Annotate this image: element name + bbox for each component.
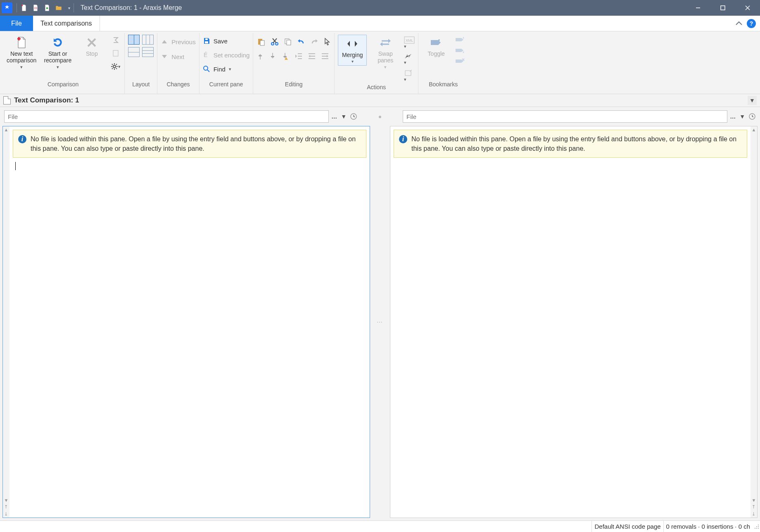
group-label: Editing <box>256 79 331 90</box>
left-gutter[interactable]: ▲ ▼ ⤒ ⤓ <box>3 126 10 518</box>
right-editor[interactable]: i No file is loaded within this pane. Op… <box>390 126 750 518</box>
layout-3col-button[interactable] <box>142 35 154 45</box>
bookmark-icon <box>429 36 443 50</box>
layout-2col-button[interactable] <box>128 35 140 45</box>
file-entry-row: … ▼ ● … ▼ <box>0 107 760 126</box>
merge-icon <box>345 37 359 51</box>
file-path-input-left[interactable] <box>4 110 329 123</box>
save-icon <box>203 37 210 45</box>
outdent-icon[interactable] <box>308 52 316 60</box>
dedent-lines-icon[interactable] <box>294 52 303 60</box>
btn-label: Find <box>214 66 226 73</box>
stop-button[interactable]: Stop <box>77 35 106 58</box>
previous-change-button[interactable]: Previous <box>161 36 195 47</box>
find-button[interactable]: Find <box>203 64 250 74</box>
indent-icon[interactable] <box>321 52 329 60</box>
ribbon-group-layout: Layout <box>125 33 157 94</box>
next-bookmark-icon[interactable] <box>455 47 465 54</box>
scroll-up-icon[interactable]: ▲ <box>752 127 756 132</box>
layout-2row-button[interactable] <box>128 47 140 57</box>
right-gutter[interactable]: ▲ ▼ ⤒ ⤓ <box>750 126 757 518</box>
ribbon: New text comparison Start or recompare S… <box>0 31 760 94</box>
dropdown-icon[interactable]: ▼ <box>341 113 347 120</box>
last-change-icon[interactable]: ⤓ <box>752 511 756 517</box>
ribbon-group-editing: Editing <box>253 33 335 94</box>
btn-label: Start or recompare <box>44 50 71 64</box>
info-icon: i <box>18 135 26 143</box>
encoding-icon: É <box>203 51 210 59</box>
svg-rect-3 <box>721 6 725 10</box>
options-gear-icon[interactable] <box>110 61 121 72</box>
tab-text-comparisons[interactable]: Text comparisons <box>33 16 100 31</box>
splitter-dots-icon: ⋯ <box>377 319 384 325</box>
minimize-button[interactable] <box>686 0 710 16</box>
maximize-button[interactable] <box>710 0 735 16</box>
btn-label: Swap panes <box>378 50 393 64</box>
start-recompare-button[interactable]: Start or recompare <box>42 35 73 71</box>
separator <box>17 3 17 12</box>
ribbon-tab-strip: File Text comparisons ? <box>0 16 760 31</box>
action-small-2-icon[interactable] <box>404 69 415 82</box>
ribbon-group-changes: Previous Next Changes <box>157 33 199 94</box>
document-small-icon[interactable] <box>110 48 121 59</box>
left-editor[interactable]: i No file is loaded within this pane. Op… <box>10 126 370 518</box>
group-label: Actions <box>338 82 415 93</box>
redo-icon[interactable] <box>310 38 318 46</box>
sum-icon[interactable] <box>110 35 121 45</box>
qa-new-image-icon[interactable] <box>43 4 51 12</box>
last-change-icon[interactable]: ⤓ <box>4 511 9 517</box>
file-path-input-right[interactable] <box>403 110 727 123</box>
scroll-up-icon[interactable]: ▲ <box>4 127 9 132</box>
layout-3row-button[interactable] <box>142 47 154 57</box>
more-options-icon[interactable]: … <box>730 113 736 120</box>
svg-point-27 <box>758 528 759 529</box>
more-options-icon[interactable]: … <box>331 113 337 120</box>
refresh-icon <box>51 36 65 50</box>
history-icon[interactable] <box>748 113 756 120</box>
next-change-button[interactable]: Next <box>161 51 195 62</box>
set-encoding-button[interactable]: É Set encoding <box>203 50 250 60</box>
copy-icon[interactable] <box>284 38 292 46</box>
cursor-icon[interactable] <box>323 38 331 46</box>
pane-splitter[interactable]: ⋯ <box>370 126 390 518</box>
close-button[interactable] <box>735 0 760 16</box>
qa-new-folder-icon[interactable] <box>55 4 62 12</box>
clear-bookmarks-icon[interactable] <box>455 58 465 64</box>
cut-icon[interactable] <box>271 38 279 46</box>
app-icon <box>2 2 12 13</box>
qa-new-binary-icon[interactable]: 01 <box>32 4 39 12</box>
first-change-icon[interactable]: ⤒ <box>752 504 756 510</box>
insert-below-icon[interactable] <box>269 52 276 60</box>
svg-rect-14 <box>260 40 264 45</box>
prev-bookmark-icon[interactable] <box>455 36 465 43</box>
svg-line-12 <box>207 70 209 72</box>
save-button[interactable]: Save <box>203 36 250 46</box>
resize-grip-icon[interactable] <box>753 523 760 530</box>
history-icon[interactable] <box>350 113 357 120</box>
toggle-bookmark-button[interactable]: Toggle <box>422 35 451 58</box>
xml-icon[interactable]: XML <box>404 36 415 49</box>
collapse-ribbon-icon[interactable] <box>735 21 743 26</box>
dropdown-icon[interactable]: ▼ <box>739 113 745 120</box>
btn-label: Stop <box>86 50 98 57</box>
first-change-icon[interactable]: ⤒ <box>4 504 9 510</box>
undo-icon[interactable] <box>297 38 305 46</box>
document-menu-button[interactable]: ▼ <box>748 96 757 105</box>
paste-icon[interactable] <box>256 37 266 46</box>
swap-panes-button[interactable]: Swap panes <box>371 35 400 71</box>
file-entry-right: … ▼ <box>403 110 756 123</box>
merging-button[interactable]: Merging ▾ <box>338 35 367 66</box>
tab-file[interactable]: File <box>0 16 33 31</box>
new-text-comparison-button[interactable]: New text comparison <box>5 35 38 71</box>
action-small-1-icon[interactable] <box>404 53 415 65</box>
scroll-down-icon[interactable]: ▼ <box>752 498 756 503</box>
insert-above-icon[interactable] <box>256 52 264 60</box>
qa-new-text-icon[interactable] <box>20 4 28 12</box>
help-button[interactable]: ? <box>747 19 756 28</box>
file-entry-left: … ▼ <box>4 110 357 123</box>
qa-dropdown-icon[interactable]: ▾ <box>66 6 72 10</box>
info-banner: i No file is loaded within this pane. Op… <box>394 130 747 158</box>
svg-point-1 <box>46 7 48 10</box>
scroll-down-icon[interactable]: ▼ <box>4 498 9 503</box>
insert-warn-icon[interactable] <box>281 52 290 60</box>
